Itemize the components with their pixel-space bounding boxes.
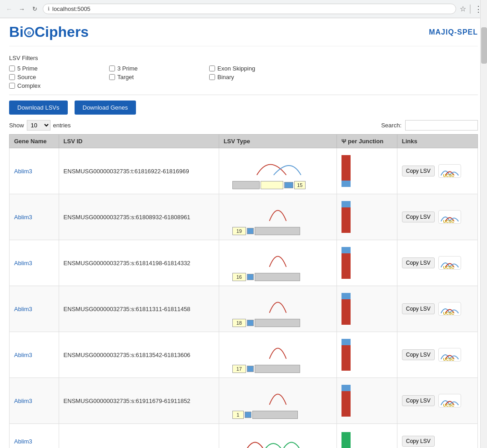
filter-source: Source (9, 74, 100, 81)
filters-title: LSV Filters (9, 55, 478, 61)
browser-chrome: ← → ↻ ℹ localhost:5005 ☆ ⋮ (0, 0, 487, 18)
filter-binary-label: Binary (217, 74, 234, 81)
psi-segment-red (341, 345, 351, 371)
search-box: Search: (381, 120, 478, 131)
gene-link[interactable]: Ablim3 (14, 306, 32, 312)
links-cell: Copy LSV (397, 424, 477, 448)
search-input[interactable] (405, 120, 478, 131)
copy-lsv-button[interactable]: Copy LSV (402, 257, 435, 268)
ucsc-logo[interactable]: UCSC (438, 348, 461, 362)
table-row: Ablim3 ENSMUSG00000032735:s:61811311-618… (10, 286, 478, 332)
ucsc-arc-svg: UCSC (439, 394, 461, 408)
entries-select[interactable]: 10 25 50 100 (27, 120, 50, 131)
gene-link[interactable]: Ablim3 (14, 214, 32, 221)
data-table: Gene Name LSV ID LSV Type Ψ per Junction… (9, 134, 478, 448)
filter-exon-skipping: Exon Skipping (209, 65, 478, 72)
psi-cell (336, 424, 397, 448)
show-label: Show (9, 122, 24, 129)
filters-grid: 5 Prime Source Complex 3 Prime (9, 65, 478, 89)
svg-text:UCSC: UCSC (443, 173, 454, 178)
lsv-type-cell: 15 (219, 148, 336, 194)
exon-label: 18 (232, 319, 246, 327)
psi-bar (341, 293, 351, 325)
links-cell: Copy LSV UCSC (397, 240, 477, 286)
download-lsvs-button[interactable]: Download LSVs (9, 101, 68, 115)
psi-cell (336, 194, 397, 240)
links-cell: Copy LSV UCSC (397, 148, 477, 194)
ucsc-arc-svg: UCSC (439, 210, 461, 224)
logo: Bi o Ciphers (9, 24, 89, 40)
filter-exon-skipping-label: Exon Skipping (217, 65, 255, 72)
scrollbar-thumb[interactable] (481, 27, 487, 64)
copy-lsv-button[interactable]: Copy LSV (402, 166, 435, 176)
table-header-row: Gene Name LSV ID LSV Type Ψ per Junction… (10, 135, 478, 148)
download-genes-button[interactable]: Download Genes (75, 101, 136, 115)
col-lsv-type: LSV Type (219, 135, 336, 148)
exon-box (255, 319, 300, 327)
header: Bi o Ciphers MAJIQ-SPEL (9, 18, 478, 46)
filter-complex-checkbox[interactable] (9, 83, 15, 89)
gene-link[interactable]: Ablim3 (14, 438, 32, 445)
filter-exon-skipping-checkbox[interactable] (209, 65, 215, 71)
gene-link[interactable]: Ablim3 (14, 260, 32, 267)
links-cell: Copy LSV UCSC (397, 286, 477, 332)
copy-lsv-button[interactable]: Copy LSV (402, 436, 435, 447)
copy-lsv-button[interactable]: Copy LSV (402, 303, 435, 314)
url-text: localhost:5005 (52, 5, 90, 12)
gene-link[interactable]: Ablim3 (14, 352, 32, 358)
star-icon[interactable]: ☆ (460, 5, 466, 13)
psi-segment-blue (341, 201, 351, 207)
links-container: Copy LSV UCSC (402, 210, 473, 224)
filter-3prime: 3 Prime (109, 65, 200, 72)
filter-5prime-checkbox[interactable] (9, 65, 15, 71)
search-label: Search: (381, 122, 402, 129)
back-button[interactable]: ← (5, 5, 14, 14)
filter-source-label: Source (17, 74, 36, 81)
copy-lsv-button[interactable]: Copy LSV (402, 211, 435, 222)
refresh-button[interactable]: ↻ (30, 5, 39, 14)
filter-5prime: 5 Prime (9, 65, 100, 72)
forward-button[interactable]: → (17, 5, 26, 14)
lsv-type-cell: 19 (219, 194, 336, 240)
filter-binary-checkbox[interactable] (209, 74, 215, 80)
col-lsv-id: LSV ID (59, 135, 219, 148)
table-row: Ablim3 ENSMUSG00000032735:s:61911679-619… (10, 378, 478, 424)
col-psi: Ψ per Junction (336, 135, 397, 148)
lsv-exons: 18 (232, 318, 323, 328)
exon-label: 19 (232, 227, 246, 235)
logo-circle: o (24, 27, 34, 37)
psi-cell (336, 378, 397, 424)
table-row: Ablim3 ENSMUSG00000032735:s:61813542-618… (10, 332, 478, 378)
copy-lsv-button[interactable]: Copy LSV (402, 395, 435, 406)
lsv-arc-svg (232, 152, 323, 179)
lsv-id-cell: ENSMUSG00000032735:s:61813542-61813606 (59, 332, 219, 378)
lsv-id-cell: ENSMUSG00000032735:s:61808932-61808961 (59, 194, 219, 240)
lsv-exons: 16 (232, 272, 323, 282)
ucsc-logo[interactable]: UCSC (438, 302, 461, 316)
psi-cell (336, 240, 397, 286)
gene-link[interactable]: Ablim3 (14, 398, 32, 404)
table-row: Ablim3 ENSMUSG00000032735:t:61816922-618… (10, 148, 478, 194)
links-container: Copy LSV UCSC (402, 164, 473, 178)
links-cell: Copy LSV UCSC (397, 194, 477, 240)
exon-box-blue (247, 320, 254, 326)
filter-col-1: 3 Prime Target (109, 65, 200, 89)
ucsc-logo[interactable]: UCSC (438, 394, 461, 408)
filter-target-checkbox[interactable] (109, 74, 115, 80)
psi-segment-red (341, 299, 351, 325)
ucsc-logo[interactable]: UCSC (438, 256, 461, 270)
psi-cell (336, 148, 397, 194)
copy-lsv-button[interactable]: Copy LSV (402, 349, 435, 360)
exon-box-blue (247, 228, 254, 234)
gene-link[interactable]: Ablim3 (14, 168, 32, 175)
filter-source-checkbox[interactable] (9, 74, 15, 80)
ucsc-logo[interactable]: UCSC (438, 210, 461, 224)
page-content: Bi o Ciphers MAJIQ-SPEL LSV Filters 5 Pr… (0, 18, 487, 448)
filter-col-2: Exon Skipping Binary (209, 65, 478, 89)
exon-label: 16 (232, 273, 246, 281)
lsv-visualization: 18 (224, 290, 332, 328)
ucsc-logo[interactable]: UCSC (438, 164, 461, 178)
scrollbar-track[interactable] (480, 0, 487, 448)
filter-3prime-checkbox[interactable] (109, 65, 115, 71)
lsv-visualization: 15 (224, 152, 332, 190)
